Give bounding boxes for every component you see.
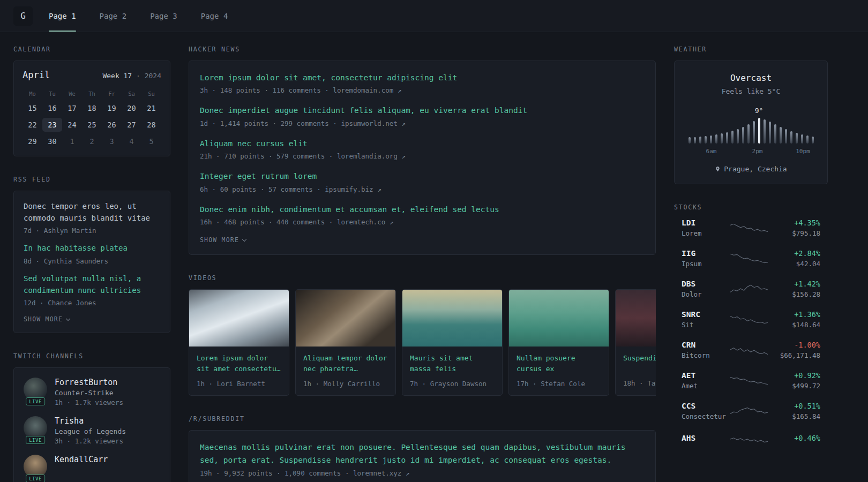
tab-page-1[interactable]: Page 1 (49, 0, 76, 32)
stock-name: Consectetur (682, 412, 727, 420)
twitch-channel[interactable]: LIVE ForrestBurton Counter-Strike 1h · 1… (24, 378, 160, 406)
video-thumbnail (296, 290, 395, 347)
weather-time: 6am (706, 148, 717, 155)
live-badge: LIVE (26, 436, 45, 444)
hn-item-meta: 16h · 468 points · 440 comments · loremt… (200, 218, 645, 226)
stock-price: $165.84 (771, 412, 820, 420)
calendar-week-label: Week 17 (102, 72, 132, 80)
page-tabs: Page 1 Page 2 Page 3 Page 4 (49, 0, 228, 32)
stock-row[interactable]: LDI Lorem +4.35% $795.18 (682, 219, 820, 237)
tab-page-3[interactable]: Page 3 (150, 0, 177, 32)
channel-avatar-wrap: LIVE (24, 378, 47, 401)
video-title: Nullam posuere cursus ex (517, 353, 601, 374)
stock-values: +0.46% (771, 434, 820, 445)
stock-id: LDI Lorem (682, 219, 727, 237)
reddit-post-domain-link[interactable]: loremnet.xyz ↗ (353, 469, 409, 477)
hn-item-meta-text: 6h · 60 points · 57 comments · (200, 185, 321, 193)
video-title: Suspendisse diam (623, 353, 656, 374)
hn-item-link[interactable]: Lorem ipsum dolor sit amet, consectetur … (200, 72, 645, 84)
calendar-day-next-month: 2 (82, 134, 102, 148)
hn-item: Donec imperdiet augue tincidunt felis al… (200, 104, 645, 127)
videos-section-title: VIDEOS (189, 274, 656, 282)
rss-show-more-label: SHOW MORE (24, 315, 63, 323)
hn-show-more-button[interactable]: SHOW MORE (200, 236, 246, 244)
app-logo[interactable]: G (13, 6, 33, 26)
tab-page-2[interactable]: Page 2 (100, 0, 127, 32)
stock-ticker: SNRC (682, 310, 727, 319)
stock-ticker: CRN (682, 341, 727, 349)
video-body: Aliquam tempor dolor nec pharetra… 1h · … (296, 347, 395, 395)
stock-row[interactable]: AET Amet +0.92% $499.72 (682, 371, 820, 390)
stock-row[interactable]: SNRC Sit +1.36% $148.64 (682, 310, 820, 329)
calendar-week-year: Week 17 · 2024 (102, 72, 161, 80)
reddit-post: Maecenas mollis pulvinar erat non posuer… (200, 441, 645, 478)
rss-item-link[interactable]: Sed volutpat nulla nisl, a condimentum n… (24, 273, 160, 296)
video-meta: 18h · Tara (623, 379, 656, 387)
hn-item: Lorem ipsum dolor sit amet, consectetur … (200, 72, 645, 94)
video-card[interactable]: Suspendisse diam 18h · Tara (615, 289, 656, 395)
stocks-section: STOCKS LDI Lorem +4.35% $795.18 (674, 204, 828, 446)
hn-item-link[interactable]: Integer eget rutrum lorem (200, 170, 645, 182)
hn-item-domain-link[interactable]: ipsumify.biz ↗ (325, 185, 381, 193)
hn-item-domain-link[interactable]: loremtech.co ↗ (337, 218, 393, 226)
video-card[interactable]: Aliquam tempor dolor nec pharetra… 1h · … (295, 289, 396, 395)
hn-item-domain-link[interactable]: ipsumworld.net ↗ (341, 119, 405, 127)
tab-page-4[interactable]: Page 4 (201, 0, 228, 32)
video-card[interactable]: Lorem ipsum dolor sit amet consectetu… 1… (189, 289, 289, 395)
calendar-day-next-month: 3 (102, 134, 122, 148)
twitch-section-title: TWITCH CHANNELS (13, 352, 170, 360)
twitch-widget: LIVE ForrestBurton Counter-Strike 1h · 1… (13, 367, 170, 482)
video-carousel: Lorem ipsum dolor sit amet consectetu… 1… (189, 289, 656, 395)
calendar-day: 18 (82, 101, 102, 115)
hn-item: Donec enim nibh, condimentum et accumsan… (200, 204, 645, 226)
weather-section-title: WEATHER (674, 46, 828, 53)
stock-row[interactable]: DBS Dolor +1.42% $156.28 (682, 280, 820, 298)
channel-name: Trisha (55, 416, 126, 426)
hn-item-domain-link[interactable]: loremdomain.com ↗ (333, 86, 401, 94)
subreddit-widget: Maecenas mollis pulvinar erat non posuer… (189, 430, 656, 482)
channel-meta: 1h · 1.7k viewers (55, 398, 123, 406)
glance-dashboard: G Page 1 Page 2 Page 3 Page 4 CALENDAR A… (0, 0, 868, 482)
hn-item-link[interactable]: Donec enim nibh, condimentum et accumsan… (200, 204, 645, 215)
stock-row[interactable]: IIG Ipsum +2.84% $42.04 (682, 249, 820, 268)
hn-item-link[interactable]: Aliquam nec cursus elit (200, 138, 645, 149)
stock-row[interactable]: CCS Consectetur +0.51% $165.84 (682, 402, 820, 420)
calendar-section-title: CALENDAR (13, 46, 170, 53)
calendar-dow: We (62, 89, 82, 99)
reddit-post-link[interactable]: Maecenas mollis pulvinar erat non posuer… (200, 441, 645, 467)
stock-row[interactable]: AHS +0.46% (682, 432, 820, 446)
channel-meta: 3h · 1.2k viewers (55, 437, 126, 445)
stock-sparkline (730, 252, 768, 266)
topbar: G Page 1 Page 2 Page 3 Page 4 (0, 0, 868, 32)
rss-show-more-button[interactable]: SHOW MORE (24, 315, 70, 323)
hn-item-domain-link[interactable]: loremlandia.org ↗ (337, 152, 406, 160)
hn-item-link[interactable]: Donec imperdiet augue tincidunt felis al… (200, 104, 645, 116)
rss-section-title: RSS FEED (13, 176, 170, 183)
twitch-channel[interactable]: LIVE KendallCarr (24, 455, 160, 478)
rss-item-link[interactable]: In hac habitasse platea (24, 243, 160, 254)
video-body: Mauris sit amet massa felis 7h · Grayson… (402, 347, 502, 395)
weather-time-labels: 6am 2pm 10pm (689, 148, 814, 155)
hn-item-meta: 21h · 710 points · 579 comments · loreml… (200, 152, 645, 160)
stock-price: $42.04 (771, 260, 820, 268)
video-card[interactable]: Mauris sit amet massa felis 7h · Grayson… (402, 289, 503, 395)
hackernews-section: HACKER NEWS Lorem ipsum dolor sit amet, … (189, 46, 656, 255)
channel-game: Counter-Strike (55, 389, 123, 397)
channel-avatar-wrap: LIVE (24, 455, 47, 478)
hn-item-meta-text: 1d · 1,414 points · 299 comments · (200, 119, 337, 127)
rss-item-link[interactable]: Donec tempor eros leo, ut commodo mauris… (24, 201, 160, 224)
stock-change: -1.00% (771, 341, 820, 349)
stock-sparkline (730, 282, 768, 296)
stock-sparkline (730, 343, 768, 357)
twitch-channel[interactable]: LIVE Trisha League of Legends 3h · 1.2k … (24, 416, 160, 445)
rss-item: In hac habitasse platea 8d · Cynthia Sau… (24, 243, 160, 265)
channel-info: KendallCarr (55, 455, 108, 478)
twitch-section: TWITCH CHANNELS LIVE ForrestBurton Count… (13, 352, 170, 482)
channel-info: ForrestBurton Counter-Strike 1h · 1.7k v… (55, 378, 123, 406)
video-title: Lorem ipsum dolor sit amet consectetu… (197, 353, 281, 374)
hn-item-meta-text: 21h · 710 points · 579 comments · (200, 152, 333, 160)
weather-feels-like: Feels like 5°C (685, 87, 817, 95)
stock-change: +0.46% (771, 434, 820, 442)
stock-row[interactable]: CRN Bitcorn -1.00% $66,171.48 (682, 341, 820, 359)
video-card[interactable]: Nullam posuere cursus ex 17h · Stefan Co… (508, 289, 609, 395)
